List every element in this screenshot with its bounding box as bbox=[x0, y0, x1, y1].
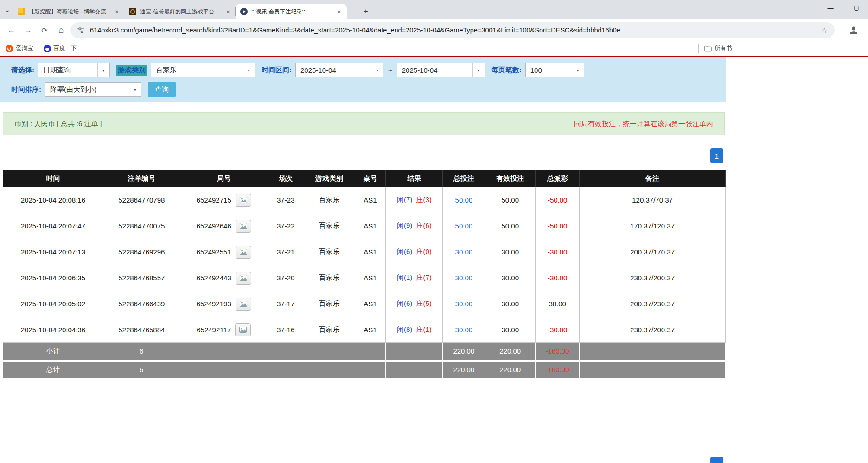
result-player: 闲(9) bbox=[397, 222, 412, 229]
summary-bar: 币别 : 人民币 | 总共 :6 注单 | 同局有效投注，统一计算在该局第一张注… bbox=[3, 112, 725, 135]
all-bookmarks-button[interactable]: 所有书 bbox=[698, 44, 732, 53]
header-game: 游戏类别 bbox=[304, 170, 355, 187]
game-record-image-button[interactable] bbox=[236, 246, 251, 259]
header-session: 场次 bbox=[268, 170, 304, 187]
subtotal-count: 6 bbox=[103, 343, 180, 361]
cell-session: 37-20 bbox=[268, 265, 304, 291]
browser-tab-1[interactable]: 【新提醒】海燕论坛 - 博学交流 ✕ bbox=[13, 4, 124, 19]
cell-valid-bet: 30.00 bbox=[485, 317, 536, 343]
selected-value: 2025-10-04 bbox=[296, 66, 341, 74]
bookmark-label: 百度一下 bbox=[54, 44, 77, 52]
result-banker: 庄(1) bbox=[416, 325, 431, 333]
cell-table: AS1 bbox=[355, 265, 386, 291]
forward-icon[interactable]: → bbox=[20, 23, 35, 38]
cell-note: 200.37/230.37 bbox=[580, 291, 726, 317]
cell-time: 2025-10-04 20:06:35 bbox=[3, 265, 103, 291]
grand-total-payout: -160.00 bbox=[536, 361, 580, 378]
cell-bet-id: 522864765884 bbox=[103, 317, 180, 343]
profile-avatar[interactable] bbox=[847, 23, 861, 37]
subtotal-payout: -160.00 bbox=[536, 343, 580, 361]
cell-total-bet[interactable]: 30.00 bbox=[443, 239, 485, 265]
table-row: 2025-10-04 20:08:16 522864770798 6524927… bbox=[3, 187, 726, 213]
round-number: 652492193 bbox=[197, 300, 231, 308]
cell-result: 闲(6) 庄(0) bbox=[386, 239, 443, 265]
tab-close-icon[interactable]: ✕ bbox=[336, 8, 343, 15]
same-round-notice: 同局有效投注，统一计算在该局第一张注单内 bbox=[574, 120, 713, 128]
time-sort-select[interactable]: 降幂(由大到小) ▾ bbox=[45, 82, 141, 97]
cell-result: 闲(8) 庄(1) bbox=[386, 317, 443, 343]
game-record-image-button[interactable] bbox=[236, 298, 251, 311]
page-body: 请选择: 日期查询 ▾ 游戏类别 百家乐 ▾ 时间区间: 2025-10-04 … bbox=[0, 57, 868, 463]
date-start-picker[interactable]: 2025-10-04 ▾ bbox=[295, 63, 383, 77]
tab-close-icon[interactable]: ✕ bbox=[224, 8, 232, 15]
header-table: 桌号 bbox=[355, 170, 386, 187]
time-sort-label: 时间排序: bbox=[11, 85, 41, 94]
game-record-image-button[interactable] bbox=[236, 220, 251, 233]
bookmark-star-icon[interactable]: ☆ bbox=[820, 26, 829, 35]
address-bar[interactable]: 614oxkc3.com/game/betrecord_search/kind3… bbox=[70, 22, 835, 38]
cell-round: 652492551 bbox=[180, 239, 268, 265]
cell-round: 652492117 bbox=[180, 317, 268, 343]
new-tab-button[interactable]: + bbox=[360, 6, 372, 18]
date-range-label: 时间区间: bbox=[262, 66, 292, 75]
all-bookmarks-label: 所有书 bbox=[715, 44, 732, 52]
window-minimize-button[interactable]: — bbox=[820, 0, 841, 16]
result-player: 闲(6) bbox=[397, 299, 412, 307]
game-record-image-button[interactable] bbox=[236, 194, 251, 207]
cell-valid-bet: 50.00 bbox=[485, 213, 536, 239]
back-icon[interactable]: ← bbox=[4, 23, 19, 38]
cell-total-bet[interactable]: 30.00 bbox=[443, 291, 485, 317]
reload-icon[interactable]: ⟳ bbox=[37, 23, 52, 38]
baidu-icon bbox=[44, 45, 51, 52]
game-category-select[interactable]: 百家乐 ▾ bbox=[151, 63, 255, 77]
bookmark-taobao[interactable]: 爱淘宝 bbox=[6, 44, 33, 52]
photo-icon bbox=[240, 223, 247, 229]
game-record-image-button[interactable] bbox=[236, 272, 251, 285]
browser-tab-2[interactable]: 通宝-信誉最好的网上游戏平台 ✕ bbox=[124, 4, 236, 19]
bookmark-baidu[interactable]: 百度一下 bbox=[44, 44, 77, 52]
cell-round: 652492715 bbox=[180, 187, 268, 213]
site-info-icon[interactable] bbox=[77, 26, 85, 34]
cell-total-bet[interactable]: 30.00 bbox=[443, 317, 485, 343]
date-end-picker[interactable]: 2025-10-04 ▾ bbox=[397, 63, 485, 77]
cell-valid-bet: 30.00 bbox=[485, 291, 536, 317]
per-page-select[interactable]: 100 ▾ bbox=[525, 63, 584, 77]
cell-total-bet[interactable]: 50.00 bbox=[443, 213, 485, 239]
chevron-down-icon: ▾ bbox=[371, 63, 383, 77]
cell-result: 闲(7) 庄(3) bbox=[386, 187, 443, 213]
tab-search-chevron-icon[interactable]: ⌄ bbox=[3, 5, 12, 15]
chevron-down-icon: ▾ bbox=[243, 63, 255, 77]
cell-payout: -30.00 bbox=[536, 317, 580, 343]
query-type-select[interactable]: 日期查询 ▾ bbox=[38, 63, 110, 77]
tab-title: 通宝-信誉最好的网上游戏平台 bbox=[140, 8, 222, 16]
browser-tab-3-active[interactable]: :::视讯 会员下注纪录::: ✕ bbox=[236, 4, 347, 19]
cell-payout: -50.00 bbox=[536, 213, 580, 239]
cell-time: 2025-10-04 20:04:36 bbox=[3, 317, 103, 343]
grand-total-label: 总计 bbox=[3, 361, 103, 378]
cell-session: 37-16 bbox=[268, 317, 304, 343]
page-1-button[interactable]: 1 bbox=[710, 148, 723, 163]
cell-valid-bet: 30.00 bbox=[485, 239, 536, 265]
photo-icon bbox=[240, 275, 247, 281]
cell-total-bet[interactable]: 50.00 bbox=[443, 187, 485, 213]
cell-time: 2025-10-04 20:07:13 bbox=[3, 239, 103, 265]
currency-total-info: 币别 : 人民币 | 总共 :6 注单 | bbox=[14, 120, 102, 128]
window-maximize-button[interactable]: ▢ bbox=[846, 0, 867, 16]
search-button[interactable]: 查询 bbox=[148, 82, 176, 97]
tongbao-favicon bbox=[129, 8, 136, 15]
header-total-bet: 总投注 bbox=[443, 170, 485, 187]
url-text: 614oxkc3.com/game/betrecord_search/kind3… bbox=[90, 26, 820, 34]
cell-bet-id: 522864769296 bbox=[103, 239, 180, 265]
game-record-image-button[interactable] bbox=[235, 323, 251, 336]
page-1-button-bottom[interactable] bbox=[710, 457, 723, 463]
bookmarks-bar: 爱淘宝 百度一下 所有书 bbox=[0, 41, 868, 56]
round-number: 652492551 bbox=[197, 248, 231, 256]
cell-round: 652492646 bbox=[180, 213, 268, 239]
result-banker: 庄(7) bbox=[416, 273, 431, 281]
cell-bet-id: 522864768557 bbox=[103, 265, 180, 291]
home-icon[interactable]: ⌂ bbox=[54, 23, 69, 38]
cell-total-bet[interactable]: 30.00 bbox=[443, 265, 485, 291]
tab-close-icon[interactable]: ✕ bbox=[113, 8, 121, 15]
cell-note: 200.37/170.37 bbox=[580, 239, 726, 265]
cell-note: 230.37/200.37 bbox=[580, 265, 726, 291]
